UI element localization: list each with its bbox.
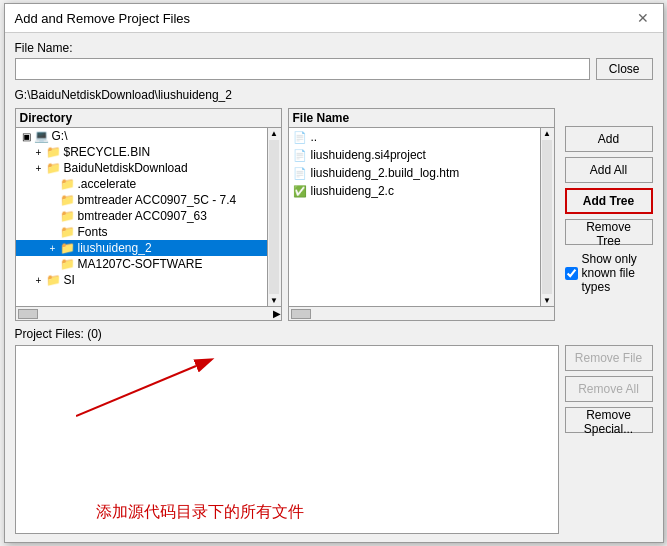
dialog-body: File Name: Close G:\BaiduNetdiskDownload…	[5, 33, 663, 542]
directory-panel-header: Directory	[15, 108, 282, 127]
expander-icon: ▣	[20, 131, 34, 142]
show-known-types-checkbox[interactable]	[565, 267, 578, 280]
tree-item[interactable]: + 📁 BaiduNetdiskDownload	[16, 160, 267, 176]
folder-icon: 📁	[60, 193, 75, 207]
directory-scrollbar-h[interactable]: ▶	[15, 307, 282, 321]
scroll-track	[269, 140, 279, 294]
folder-icon: 📁	[46, 161, 61, 175]
tree-item[interactable]: 📁 MA1207C-SOFTWARE	[16, 256, 267, 272]
tree-item-label: SI	[64, 273, 75, 287]
file-item[interactable]: 📄 liushuideng_2.build_log.htm	[289, 164, 540, 182]
add-all-button[interactable]: Add All	[565, 157, 653, 183]
folder-icon: 📁	[60, 241, 75, 255]
bottom-buttons-col: Remove File Remove All Remove Special...	[565, 345, 653, 534]
folder-icon: 📁	[60, 257, 75, 271]
filename-panel: File Name 📄 .. 📄 liushuideng.si4project …	[288, 108, 555, 321]
tree-item-label: G:\	[52, 129, 68, 143]
folder-icon: 📁	[46, 145, 61, 159]
project-files-panel[interactable]: 添加源代码目录下的所有文件	[15, 345, 559, 534]
file-icon: 📄	[293, 131, 307, 144]
show-known-types-row: Show only known file types	[565, 252, 653, 294]
dialog-title: Add and Remove Project Files	[15, 11, 191, 26]
remove-file-button[interactable]: Remove File	[565, 345, 653, 371]
scrollbar-h-thumb	[291, 309, 311, 319]
file-name-label: File Name:	[15, 41, 653, 55]
tree-item[interactable]: 📁 Fonts	[16, 224, 267, 240]
file-item-label: ..	[311, 130, 318, 144]
scroll-down-icon[interactable]: ▼	[269, 295, 279, 306]
tree-item-label: bmtreader ACC0907_5C - 7.4	[78, 193, 237, 207]
close-button[interactable]: Close	[596, 58, 653, 80]
filename-scrollbar-v[interactable]: ▲ ▼	[541, 127, 555, 307]
show-known-types-label: Show only known file types	[582, 252, 653, 294]
scroll-up-icon[interactable]: ▲	[542, 128, 552, 139]
expander-icon: +	[32, 147, 46, 158]
expander-icon: +	[46, 243, 60, 254]
panels-row: Directory ▣ 💻 G:\ +	[15, 108, 653, 321]
scroll-down-icon[interactable]: ▼	[542, 295, 552, 306]
tree-item-selected[interactable]: + 📁 liushuideng_2	[16, 240, 267, 256]
tree-item-label: BaiduNetdiskDownload	[64, 161, 188, 175]
folder-icon: 📁	[60, 177, 75, 191]
expander-icon: +	[32, 275, 46, 286]
project-files-label: Project Files: (0)	[15, 327, 653, 341]
file-item[interactable]: 📄 ..	[289, 128, 540, 146]
folder-icon: 📁	[46, 273, 61, 287]
filename-with-scroll: 📄 .. 📄 liushuideng.si4project 📄 liushuid…	[288, 127, 555, 307]
path-label: G:\BaiduNetdiskDownload\liushuideng_2	[15, 88, 653, 102]
directory-panel-content[interactable]: ▣ 💻 G:\ + 📁 $RECYCLE.BIN	[15, 127, 268, 307]
file-item-label: liushuideng.si4project	[311, 148, 426, 162]
directory-scrollbar-v[interactable]: ▲ ▼	[268, 127, 282, 307]
tree-item[interactable]: 📁 bmtreader ACC0907_63	[16, 208, 267, 224]
action-buttons-col: Add Add All Add Tree Remove Tree Show on…	[565, 108, 653, 321]
filename-scrollbar-h[interactable]	[288, 307, 555, 321]
tree-item-label: $RECYCLE.BIN	[64, 145, 151, 159]
remove-all-button[interactable]: Remove All	[565, 376, 653, 402]
tree-item[interactable]: 📁 bmtreader ACC0907_5C - 7.4	[16, 192, 267, 208]
directory-panel: Directory ▣ 💻 G:\ +	[15, 108, 282, 321]
bottom-section: 添加源代码目录下的所有文件 Remove File Remove All Rem…	[15, 345, 653, 534]
file-icon: 📄	[293, 149, 307, 162]
file-item[interactable]: 📄 liushuideng.si4project	[289, 146, 540, 164]
file-item[interactable]: ✅ liushuideng_2.c	[289, 182, 540, 200]
tree-item[interactable]: ▣ 💻 G:\	[16, 128, 267, 144]
tree-item-label: Fonts	[78, 225, 108, 239]
tree-item-label: .accelerate	[78, 177, 137, 191]
file-item-label: liushuideng_2.build_log.htm	[311, 166, 460, 180]
add-button[interactable]: Add	[565, 126, 653, 152]
scroll-track	[542, 140, 552, 294]
file-item-label: liushuideng_2.c	[311, 184, 394, 198]
file-icon: 📄	[293, 167, 307, 180]
file-name-input[interactable]	[15, 58, 590, 80]
title-bar: Add and Remove Project Files ✕	[5, 4, 663, 33]
file-name-row: Close	[15, 58, 653, 80]
expander-icon: +	[32, 163, 46, 174]
tree-item-label: liushuideng_2	[78, 241, 152, 255]
add-remove-dialog: Add and Remove Project Files ✕ File Name…	[4, 3, 664, 543]
tree-item[interactable]: 📁 .accelerate	[16, 176, 267, 192]
remove-tree-button[interactable]: Remove Tree	[565, 219, 653, 245]
scroll-up-icon[interactable]: ▲	[269, 128, 279, 139]
tree-item-label: MA1207C-SOFTWARE	[78, 257, 203, 271]
folder-icon: 📁	[60, 225, 75, 239]
svg-line-1	[76, 366, 196, 416]
scroll-right-icon[interactable]: ▶	[273, 308, 281, 319]
directory-with-scroll: ▣ 💻 G:\ + 📁 $RECYCLE.BIN	[15, 127, 282, 307]
folder-icon: 💻	[34, 129, 49, 143]
annotation-arrow	[76, 356, 276, 436]
annotation-text: 添加源代码目录下的所有文件	[96, 502, 304, 523]
tree-item-label: bmtreader ACC0907_63	[78, 209, 207, 223]
tree-item[interactable]: + 📁 $RECYCLE.BIN	[16, 144, 267, 160]
filename-panel-header: File Name	[288, 108, 555, 127]
file-icon: ✅	[293, 185, 307, 198]
scrollbar-h-thumb	[18, 309, 38, 319]
remove-special-button[interactable]: Remove Special...	[565, 407, 653, 433]
tree-item[interactable]: + 📁 SI	[16, 272, 267, 288]
filename-panel-content[interactable]: 📄 .. 📄 liushuideng.si4project 📄 liushuid…	[288, 127, 541, 307]
add-tree-button[interactable]: Add Tree	[565, 188, 653, 214]
folder-icon: 📁	[60, 209, 75, 223]
title-bar-close-button[interactable]: ✕	[633, 10, 653, 26]
